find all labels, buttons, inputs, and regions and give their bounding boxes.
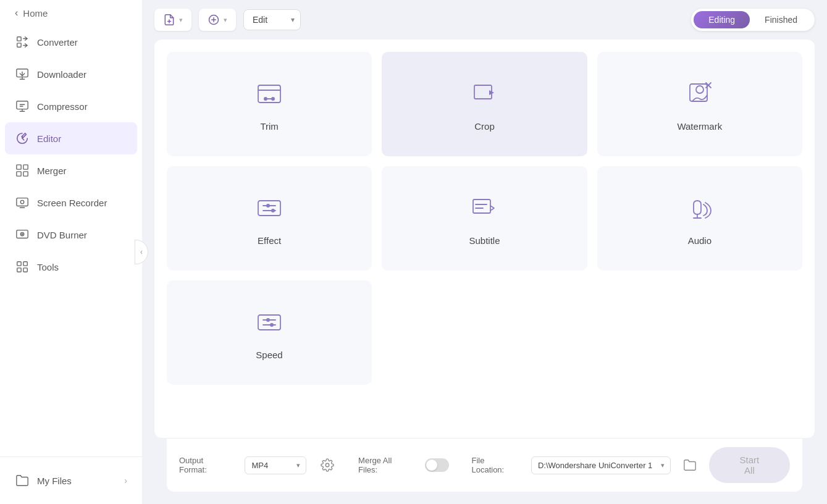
converter-icon: [15, 35, 30, 49]
svg-rect-48: [258, 315, 280, 330]
svg-rect-8: [17, 165, 21, 169]
cards-row-2: Effect Subtitle: [167, 166, 802, 271]
sidebar-item-compressor[interactable]: Compressor: [0, 90, 142, 122]
svg-point-52: [270, 323, 274, 327]
svg-rect-1: [17, 43, 21, 47]
cards-content: Trim Crop: [142, 40, 827, 504]
sidebar-item-label: Merger: [37, 166, 67, 176]
svg-rect-21: [23, 268, 27, 272]
merger-icon: [15, 163, 30, 178]
svg-point-40: [266, 204, 270, 208]
svg-rect-19: [23, 262, 27, 266]
add-file-dropdown-arrow: ▾: [179, 16, 183, 24]
svg-rect-18: [17, 262, 21, 266]
svg-rect-43: [473, 200, 490, 213]
file-location-label: File Location:: [471, 456, 518, 474]
sidebar-item-label: Converter: [37, 37, 78, 48]
toolbar: ▾ ▾ Edit Trim Crop Effect Subtitle Audio: [142, 0, 827, 40]
home-nav[interactable]: ‹ Home: [0, 0, 142, 26]
format-settings-button[interactable]: [319, 456, 336, 474]
audio-card[interactable]: Audio: [597, 166, 802, 271]
merge-label: Merge All Files:: [358, 456, 413, 474]
svg-point-50: [266, 318, 270, 322]
edit-dropdown[interactable]: Edit Trim Crop Effect Subtitle Audio: [243, 9, 301, 30]
svg-rect-0: [17, 37, 21, 41]
sidebar-item-downloader[interactable]: Downloader: [0, 58, 142, 90]
add-file-button[interactable]: ▾: [154, 9, 191, 31]
svg-point-53: [325, 463, 329, 467]
trim-icon: [252, 77, 287, 111]
chevron-right-icon: ›: [124, 476, 127, 485]
home-label: Home: [23, 8, 48, 19]
toggle-finished[interactable]: Finished: [750, 11, 812, 28]
sidebar-item-screen-recorder[interactable]: Screen Recorder: [0, 187, 142, 219]
sidebar-item-converter[interactable]: Converter: [0, 26, 142, 58]
subtitle-icon: [467, 191, 502, 225]
svg-rect-27: [258, 85, 280, 103]
file-location-select-wrap[interactable]: D:\Wondershare UniConverter 1: [531, 456, 671, 474]
svg-point-17: [22, 233, 23, 235]
trim-label: Trim: [260, 121, 278, 132]
subtitle-label: Subtitle: [469, 235, 500, 246]
output-format-select[interactable]: MP4 MOV AVI MKV WMV: [245, 456, 306, 474]
sidebar-item-label: Downloader: [37, 69, 86, 80]
add-icon-button[interactable]: ▾: [199, 9, 236, 31]
browse-folder-button[interactable]: [683, 458, 697, 472]
downloader-icon: [15, 67, 30, 82]
speed-icon: [252, 305, 287, 340]
editor-icon: [15, 131, 30, 146]
crop-card[interactable]: Crop: [382, 52, 587, 156]
sidebar-item-dvd-burner[interactable]: DVD Burner: [0, 219, 142, 251]
svg-rect-11: [23, 172, 28, 176]
sidebar-item-label: Editor: [37, 133, 61, 144]
sidebar-item-editor[interactable]: Editor: [5, 122, 137, 154]
effect-icon: [252, 191, 287, 225]
add-icon-dropdown-arrow: ▾: [224, 16, 227, 24]
file-location-select[interactable]: D:\Wondershare UniConverter 1: [531, 456, 671, 474]
sidebar-item-label: Compressor: [37, 101, 88, 112]
cards-row-1: Trim Crop: [167, 52, 802, 156]
main-content: ▾ ▾ Edit Trim Crop Effect Subtitle Audio: [142, 0, 827, 504]
screen-recorder-icon: [15, 195, 30, 210]
toggle-editing[interactable]: Editing: [694, 11, 750, 28]
back-arrow-icon: ‹: [15, 7, 18, 19]
audio-icon: [682, 191, 717, 225]
tools-icon: [15, 259, 30, 274]
sidebar-item-my-files[interactable]: My Files ›: [0, 464, 142, 497]
edit-dropdown-wrap[interactable]: Edit Trim Crop Effect Subtitle Audio: [243, 9, 301, 30]
my-files-icon: [15, 473, 30, 488]
start-all-button[interactable]: Start All: [709, 447, 790, 483]
sidebar-item-merger[interactable]: Merger: [0, 154, 142, 187]
sidebar-item-label: Tools: [37, 262, 59, 272]
sidebar-item-label: Screen Recorder: [37, 198, 107, 208]
sidebar-item-label: DVD Burner: [37, 230, 87, 240]
editing-toggle-group: Editing Finished: [691, 9, 815, 31]
cards-container: Trim Crop: [154, 40, 815, 438]
subtitle-card[interactable]: Subtitle: [382, 166, 587, 271]
watermark-card[interactable]: Watermark: [597, 52, 802, 156]
svg-rect-9: [23, 165, 28, 169]
output-format-label: Output Format:: [179, 456, 232, 474]
dvd-burner-icon: [15, 227, 30, 242]
trim-card[interactable]: Trim: [167, 52, 372, 156]
effect-label: Effect: [258, 235, 281, 246]
crop-label: Crop: [474, 121, 495, 132]
sidebar-item-tools[interactable]: Tools: [0, 251, 142, 283]
svg-rect-38: [258, 201, 280, 216]
svg-point-35: [696, 86, 703, 93]
compressor-icon: [15, 99, 30, 114]
merge-toggle[interactable]: [425, 458, 450, 472]
svg-point-16: [20, 232, 24, 236]
speed-card[interactable]: Speed: [167, 280, 372, 385]
effect-card[interactable]: Effect: [167, 166, 372, 271]
svg-rect-12: [17, 198, 28, 206]
svg-point-13: [20, 200, 24, 204]
output-format-select-wrap[interactable]: MP4 MOV AVI MKV WMV: [245, 456, 306, 474]
cards-row-3: Speed: [167, 280, 802, 385]
sidebar-item-label: My Files: [37, 476, 72, 486]
crop-icon: [467, 77, 502, 111]
speed-label: Speed: [256, 350, 282, 360]
svg-rect-20: [17, 268, 21, 272]
svg-rect-15: [17, 230, 28, 238]
svg-rect-10: [17, 172, 21, 176]
